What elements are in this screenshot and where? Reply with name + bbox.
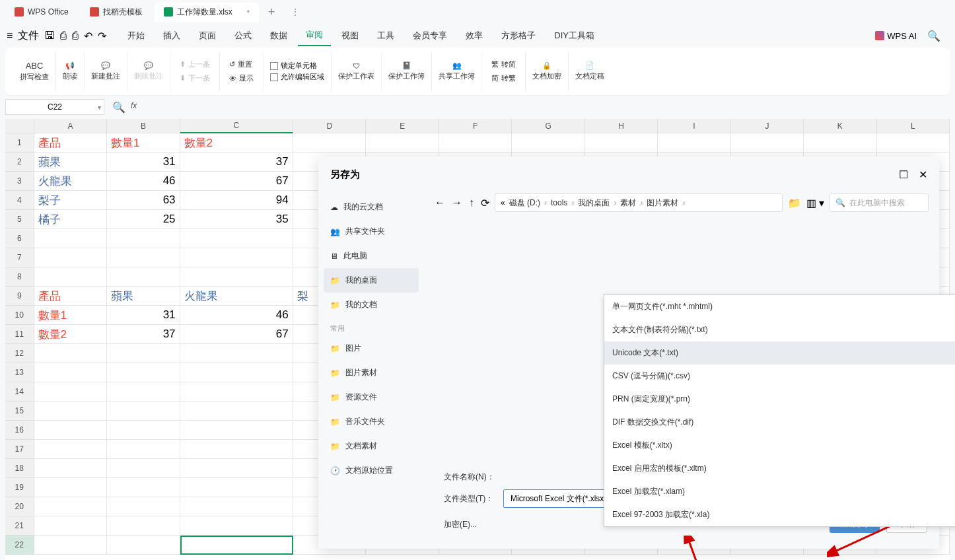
row-header[interactable]: 19 <box>5 478 34 497</box>
sidebar-res[interactable]: 📁资源文件 <box>324 385 419 409</box>
forward-icon[interactable]: → <box>452 197 462 209</box>
sidebar-pc[interactable]: 🖥此电脑 <box>324 244 419 268</box>
bc-desktop[interactable]: 我的桌面 <box>578 197 610 209</box>
tab-menu[interactable]: ⋮ <box>285 7 306 17</box>
protect-sheet-button[interactable]: 🛡保护工作表 <box>338 62 374 81</box>
filetype-xltx[interactable]: Excel 模板(*.xltx) <box>604 434 955 457</box>
filetype-txt-tab[interactable]: 文本文件(制表符分隔)(*.txt) <box>604 318 955 341</box>
row-header[interactable]: 12 <box>5 344 34 363</box>
menu-formula[interactable]: 公式 <box>227 26 260 46</box>
row-header[interactable]: 4 <box>5 191 34 210</box>
cell[interactable]: 31 <box>107 153 180 172</box>
bc-disk[interactable]: 磁盘 (D:) <box>509 197 540 209</box>
menu-data[interactable]: 数据 <box>262 26 295 46</box>
sidebar-share[interactable]: 👥共享文件夹 <box>324 219 419 244</box>
del-comment-button[interactable]: 💬删除批注 <box>134 61 163 81</box>
file-menu[interactable]: 文件 <box>18 29 39 43</box>
col-header-e[interactable]: E <box>366 119 439 133</box>
row-header[interactable]: 21 <box>5 516 34 536</box>
tab-workbook[interactable]: 工作簿数量.xlsx• <box>155 3 259 22</box>
cell[interactable] <box>180 248 293 267</box>
bc-pic-mat[interactable]: 图片素材 <box>647 197 678 209</box>
name-box[interactable]: C22▾ <box>5 99 104 115</box>
col-header-j[interactable]: J <box>731 119 804 133</box>
zoom-icon[interactable]: 🔍 <box>112 101 125 114</box>
cell[interactable] <box>731 133 804 153</box>
cell[interactable]: 火龍果 <box>180 287 293 306</box>
row-header[interactable]: 17 <box>5 440 34 459</box>
cell[interactable] <box>180 497 293 516</box>
up-icon[interactable]: ↑ <box>469 197 474 209</box>
print-icon[interactable]: ⎙ <box>72 30 79 42</box>
cell[interactable]: 數量1 <box>34 306 107 325</box>
cell[interactable] <box>34 363 107 382</box>
row-header[interactable]: 20 <box>5 497 34 516</box>
cell[interactable] <box>804 133 876 153</box>
cell[interactable] <box>34 267 107 287</box>
cell[interactable]: 產品 <box>34 133 107 153</box>
cell[interactable] <box>366 133 439 153</box>
cell[interactable]: 94 <box>180 191 293 210</box>
export-icon[interactable]: ⎙ <box>60 30 67 42</box>
cell[interactable]: 31 <box>107 306 180 325</box>
cell[interactable]: 67 <box>180 325 293 344</box>
share-book-button[interactable]: 👥共享工作簿 <box>439 61 475 81</box>
bc-material[interactable]: 素材 <box>620 197 636 209</box>
tab-wps-office[interactable]: WPS Office <box>5 3 78 20</box>
cell[interactable]: 數量2 <box>180 133 293 153</box>
protect-book-button[interactable]: 📓保护工作簿 <box>388 61 425 81</box>
cell[interactable] <box>107 229 180 248</box>
cell[interactable] <box>34 536 107 555</box>
cell[interactable] <box>34 440 107 459</box>
cell[interactable] <box>107 421 180 440</box>
select-all-corner[interactable] <box>5 119 34 133</box>
row-header[interactable]: 15 <box>5 402 34 421</box>
cell[interactable]: 產品 <box>34 287 107 306</box>
col-header-l[interactable]: L <box>877 119 950 133</box>
cell[interactable] <box>34 459 107 478</box>
row-header[interactable]: 18 <box>5 459 34 478</box>
row-header[interactable]: 10 <box>5 306 34 325</box>
maximize-icon[interactable]: ☐ <box>899 168 908 181</box>
cell[interactable] <box>439 133 512 153</box>
cell[interactable] <box>180 459 293 478</box>
next-comment[interactable]: ⬇下一条 <box>177 72 213 85</box>
cell[interactable] <box>877 133 950 153</box>
filetype-csv[interactable]: CSV (逗号分隔)(*.csv) <box>604 365 955 388</box>
row-header[interactable]: 5 <box>5 210 34 229</box>
cell[interactable] <box>180 382 293 402</box>
row-header[interactable]: 7 <box>5 248 34 267</box>
show-button[interactable]: 👁显示 <box>227 72 256 85</box>
col-header-h[interactable]: H <box>585 119 658 133</box>
reset-button[interactable]: ↺重置 <box>227 58 256 71</box>
cell[interactable] <box>34 344 107 363</box>
encrypt-link[interactable]: 加密(E)... <box>444 519 477 530</box>
cell[interactable]: 火龍果 <box>34 172 107 191</box>
spellcheck-button[interactable]: ABC拼写检查 <box>20 61 49 82</box>
cell[interactable] <box>180 344 293 363</box>
cell[interactable]: 63 <box>107 191 180 210</box>
cell[interactable] <box>180 516 293 536</box>
cell[interactable] <box>107 382 180 402</box>
bc-tools[interactable]: tools <box>551 198 567 207</box>
cell[interactable] <box>658 133 730 153</box>
cell[interactable] <box>107 459 180 478</box>
search-icon[interactable]: 🔍 <box>927 30 940 42</box>
col-header-f[interactable]: F <box>439 119 512 133</box>
cell[interactable] <box>180 536 293 555</box>
cell[interactable]: 35 <box>180 210 293 229</box>
cell[interactable] <box>180 402 293 421</box>
row-header[interactable]: 2 <box>5 153 34 172</box>
menu-diy[interactable]: DIY工具箱 <box>546 26 602 46</box>
cell[interactable]: 46 <box>180 306 293 325</box>
menu-start[interactable]: 开始 <box>120 26 153 46</box>
filetype-dif[interactable]: DIF 数据交换文件(*.dif) <box>604 411 955 434</box>
row-header[interactable]: 11 <box>5 325 34 344</box>
row-header[interactable]: 1 <box>5 133 34 153</box>
col-header-g[interactable]: G <box>512 119 584 133</box>
col-header-i[interactable]: I <box>658 119 730 133</box>
finalize-button[interactable]: 📄文档定稿 <box>575 61 604 81</box>
cell[interactable] <box>34 248 107 267</box>
cell[interactable] <box>34 229 107 248</box>
redo-icon[interactable]: ↷ <box>98 30 106 42</box>
